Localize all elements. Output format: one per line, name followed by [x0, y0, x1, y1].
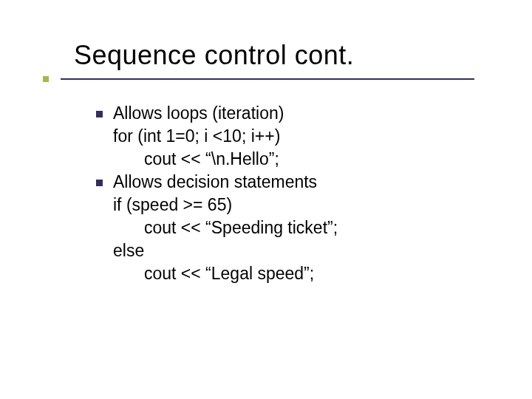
code-line: cout << “Legal speed”; — [113, 262, 532, 285]
bullet-content: Allows loops (iteration) for (int 1=0; i… — [113, 102, 532, 171]
square-bullet-icon — [96, 180, 103, 186]
bullet-item: Allows decision statements if (speed >= … — [96, 171, 532, 285]
bullet-heading: Allows decision statements — [113, 171, 532, 194]
code-line: cout << “Speeding ticket”; — [113, 216, 532, 239]
bullet-item: Allows loops (iteration) for (int 1=0; i… — [96, 102, 532, 171]
slide: Sequence control cont. Allows loops (ite… — [0, 0, 532, 399]
bullet-heading: Allows loops (iteration) — [113, 102, 532, 125]
code-line: cout << “\n.Hello”; — [113, 148, 532, 171]
title-underline — [61, 78, 474, 80]
title-area: Sequence control cont. — [0, 0, 532, 71]
square-bullet-icon — [96, 111, 103, 117]
code-line: if (speed >= 65) — [113, 194, 532, 216]
code-line: else — [113, 239, 532, 262]
slide-title: Sequence control cont. — [74, 40, 532, 71]
code-line: for (int 1=0; i <10; i++) — [113, 125, 532, 148]
bullet-content: Allows decision statements if (speed >= … — [113, 171, 532, 285]
slide-body: Allows loops (iteration) for (int 1=0; i… — [0, 80, 532, 285]
